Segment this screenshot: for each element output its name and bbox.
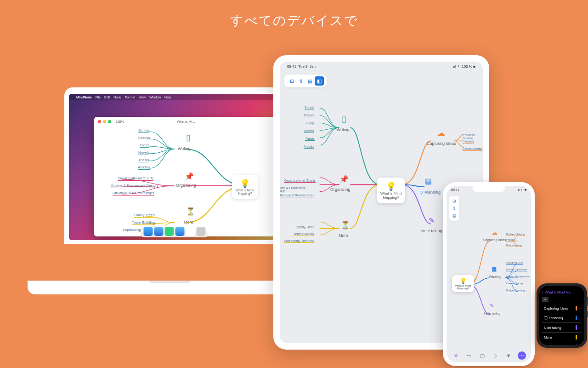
leaf-team[interactable]: Team Building xyxy=(294,232,314,236)
dock-mindnode-icon[interactable] xyxy=(186,227,195,236)
leaf-structure[interactable]: Structure & Relationships xyxy=(280,194,314,197)
dock-finder-icon[interactable] xyxy=(144,227,153,236)
zoom-icon[interactable] xyxy=(108,120,111,123)
leaf-essays[interactable]: Essays xyxy=(304,114,315,117)
leaf-scripts[interactable]: Scripts xyxy=(305,106,314,109)
menu-help[interactable]: Help xyxy=(164,96,171,99)
iphone-mindmap-canvas[interactable]: 💡What is Mind Mapping? Capturing Ideas ☁… xyxy=(447,206,531,350)
mac-app-window: 100% What is Mi… xyxy=(94,117,278,236)
wifi-icon: ᯤ xyxy=(520,188,524,191)
sticker-icon[interactable]: ☺ xyxy=(491,351,499,360)
leaf-outline[interactable]: Outline & Framework Design xyxy=(111,184,158,188)
branch-more[interactable]: More xyxy=(184,220,193,224)
watch-item-label: More xyxy=(544,335,552,339)
watch-item-label: Note taking xyxy=(544,326,561,330)
watch-item[interactable]: More› xyxy=(542,333,582,342)
leaf-thesis[interactable]: Thesis xyxy=(305,137,315,141)
minimize-icon[interactable] xyxy=(103,120,106,123)
branch-capturing[interactable]: Capturing Ideas xyxy=(483,238,506,242)
close-icon[interactable] xyxy=(98,120,101,123)
branch-organizing[interactable]: Organizing xyxy=(176,183,196,188)
menu-view[interactable]: View xyxy=(139,96,146,99)
menu-node[interactable]: Node xyxy=(113,96,121,99)
grid-icon[interactable]: ⊞ xyxy=(287,76,296,86)
inspector-icon[interactable]: ◧ xyxy=(315,76,324,86)
branch-organizing[interactable]: Organizing xyxy=(330,187,351,192)
laptop-screen: MindNode File Edit Node Format View Wind… xyxy=(64,87,285,244)
menu-format[interactable]: Format xyxy=(125,96,135,99)
leaf-project[interactable]: Project Management xyxy=(506,275,530,278)
leaf-shopping[interactable]: Shopping Lists xyxy=(506,261,523,264)
leaf-articles[interactable]: Articles xyxy=(304,145,314,149)
mac-mindmap-canvas[interactable]: 💡What is Mind Mapping? Writing ▯ Organiz… xyxy=(94,126,278,236)
leaf-problem[interactable]: Problem Solving xyxy=(506,233,525,236)
share-icon[interactable]: ⇧ xyxy=(296,76,305,86)
leaf-budget[interactable]: Budget Planning xyxy=(506,289,525,292)
leaf-career[interactable]: Career Change xyxy=(506,282,524,285)
book-icon: ▯ xyxy=(342,114,346,124)
branch-planning[interactable]: Planning xyxy=(489,275,501,278)
branch-notetaking[interactable]: Note taking xyxy=(421,229,442,233)
image-icon[interactable]: ▢ xyxy=(478,351,486,360)
leaf-thesis[interactable]: Thesis xyxy=(138,158,149,162)
redo-icon[interactable]: ↪ xyxy=(465,351,473,360)
dock-safari-icon[interactable] xyxy=(154,227,164,236)
signal-icon: ııl xyxy=(453,64,456,69)
style-icon[interactable]: ▼ xyxy=(504,351,513,360)
watch-item[interactable]: Note taking› xyxy=(542,323,582,333)
back-icon[interactable]: ‹ xyxy=(542,290,543,294)
watch-item[interactable]: Planning› xyxy=(542,313,582,323)
leaf-problem[interactable]: Problem Solving xyxy=(463,133,483,140)
zoom-level: 100% xyxy=(116,120,124,123)
branch-more[interactable]: More xyxy=(339,233,348,238)
menu-edit[interactable]: Edit xyxy=(104,96,110,99)
watch-item[interactable]: Capturing Ideas› xyxy=(542,304,582,313)
menu-app[interactable]: MindNode xyxy=(76,96,92,99)
leaf-scripts[interactable]: Scripts xyxy=(138,128,149,133)
leaf-org-charts[interactable]: Organizational Charts xyxy=(118,176,153,181)
dock-trash-icon[interactable] xyxy=(197,227,206,236)
dock-messages-icon[interactable] xyxy=(165,227,174,236)
leaf-brainstorm[interactable]: Brainstorming xyxy=(463,147,482,151)
leaf-family[interactable]: Family Trees xyxy=(134,213,155,218)
leaf-articles[interactable]: Articles xyxy=(138,165,150,170)
branch-capturing[interactable]: Capturing Ideas xyxy=(427,141,456,146)
watch-title[interactable]: ‹ What is Mind Ma… xyxy=(542,290,582,294)
laptop-mockup: MindNode File Edit Node Format View Wind… xyxy=(28,87,312,281)
add-button[interactable]: + xyxy=(542,297,548,302)
center-node[interactable]: 💡What is Mind Mapping? xyxy=(452,275,474,292)
menu-file[interactable]: File xyxy=(96,96,101,99)
watch-item-label: Planning xyxy=(549,316,563,320)
focus-icon[interactable]: ✕ xyxy=(452,351,460,360)
leaf-holiday[interactable]: Holiday Checklists xyxy=(506,268,527,271)
center-node[interactable]: 💡What is Mind Mapping? xyxy=(377,178,405,203)
outline-icon[interactable]: ▤ xyxy=(305,76,315,86)
leaf-projects[interactable]: Projects xyxy=(506,238,515,242)
leaf-team[interactable]: Team Building xyxy=(132,220,155,225)
branch-writing[interactable]: Writing xyxy=(178,146,191,151)
branch-notetaking[interactable]: Note taking xyxy=(484,312,500,315)
leaf-novels[interactable]: Novels xyxy=(304,129,314,133)
grid-icon[interactable]: ⊞ xyxy=(451,197,458,205)
dock-mail-icon[interactable] xyxy=(175,227,185,236)
leaf-blogs[interactable]: Blogs xyxy=(140,143,149,148)
center-node[interactable]: 💡What is Mind Mapping? xyxy=(232,175,258,199)
bulb-icon: 💡 xyxy=(240,178,250,189)
leaf-structure[interactable]: Structure & Relationships xyxy=(113,191,154,196)
leaf-brainstorm[interactable]: Brainstorming xyxy=(506,244,522,247)
signal-icon: ıl xyxy=(518,188,520,191)
leaf-novels[interactable]: Novels xyxy=(138,150,149,155)
battery-icon: ■ xyxy=(473,64,475,69)
leaf-family[interactable]: Family Trees xyxy=(296,225,314,229)
leaf-org[interactable]: Organizational Charts xyxy=(284,179,316,183)
watch-item[interactable]: Organizing› xyxy=(542,342,582,345)
leaf-essays[interactable]: Essays xyxy=(138,136,150,140)
branch-writing[interactable]: Writing xyxy=(337,127,350,132)
leaf-projects[interactable]: Projects xyxy=(463,140,474,144)
leaf-creativity[interactable]: Expressing Creativity xyxy=(284,239,314,243)
leaf-blogs[interactable]: Blogs xyxy=(306,121,315,125)
branch-planning[interactable]: 3Planning xyxy=(418,190,443,195)
leaf-outline[interactable]: Outline & Framework Design xyxy=(280,186,316,193)
menu-window[interactable]: Window xyxy=(149,96,161,99)
add-icon[interactable]: ⋯ xyxy=(518,351,526,360)
